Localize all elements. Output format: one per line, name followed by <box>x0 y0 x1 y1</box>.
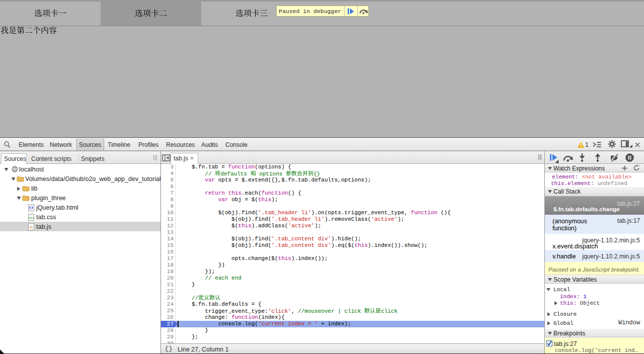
svg-text:css: css <box>29 216 34 219</box>
